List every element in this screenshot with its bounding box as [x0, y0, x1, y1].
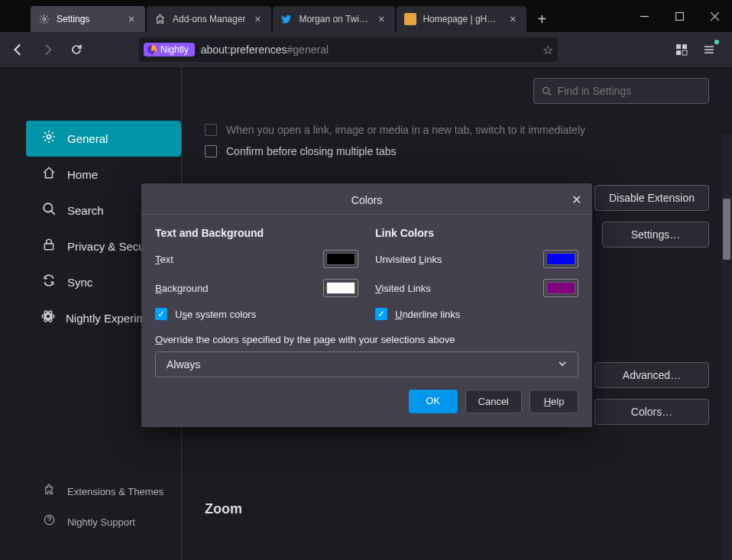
gear-icon: [41, 130, 57, 147]
svg-rect-16: [44, 244, 53, 250]
nightly-badge: Nightly: [144, 43, 195, 57]
unvisited-color-swatch[interactable]: [543, 250, 578, 268]
checkbox-label: Underline links: [395, 309, 460, 320]
help-button[interactable]: Help: [530, 390, 578, 413]
text-color-swatch[interactable]: [323, 250, 358, 268]
override-label: Override the colors specified by the pag…: [155, 334, 578, 345]
ok-button[interactable]: OK: [409, 390, 458, 413]
select-value: Always: [167, 358, 200, 371]
url-bar[interactable]: Nightly about:preferences#general ☆: [139, 37, 558, 62]
svg-point-22: [543, 87, 549, 93]
svg-rect-6: [676, 44, 681, 49]
close-icon[interactable]: ×: [507, 13, 519, 25]
close-icon[interactable]: ×: [251, 13, 264, 25]
cancel-button[interactable]: Cancel: [465, 390, 522, 413]
tab-strip: Settings × Add-ons Manager × Morgan on T…: [0, 6, 627, 32]
settings-button[interactable]: Settings…: [602, 222, 709, 248]
pref-switch-tab[interactable]: When you open a link, image or media in …: [205, 119, 709, 141]
sidebar-item-extensions[interactable]: Extensions & Themes: [26, 476, 181, 507]
close-icon[interactable]: ×: [375, 13, 387, 25]
sidebar-item-label: General: [67, 132, 108, 145]
dialog-title: Colors: [351, 194, 382, 206]
scrollbar-thumb[interactable]: [723, 199, 730, 260]
puzzle-icon: [154, 13, 167, 25]
svg-rect-2: [675, 12, 683, 20]
text-color-label: Text: [155, 254, 173, 265]
sidebar-item-label: Extensions & Themes: [67, 486, 164, 497]
new-tab-button[interactable]: +: [528, 6, 555, 32]
close-icon[interactable]: ×: [125, 13, 138, 25]
checkbox-checked-icon[interactable]: ✓: [375, 308, 387, 320]
svg-rect-9: [682, 50, 687, 55]
sidebar-item-label: Search: [67, 204, 104, 217]
pref-confirm-close[interactable]: Confirm before closing multiple tabs: [205, 141, 709, 162]
visited-color-swatch[interactable]: [543, 279, 578, 297]
site-icon: [404, 13, 416, 25]
dialog-title-bar: Colors ✕: [141, 183, 592, 215]
tab-title: Homepage | gHacks T: [423, 14, 500, 24]
close-window-button[interactable]: [697, 0, 732, 32]
underline-links[interactable]: ✓ Underline links: [375, 308, 578, 320]
scrollbar[interactable]: [721, 134, 732, 560]
home-icon: [41, 166, 57, 183]
pref-label: When you open a link, image or media in …: [226, 124, 585, 136]
tab-settings[interactable]: Settings ×: [31, 6, 145, 32]
sync-icon: [41, 274, 57, 291]
tab-twitter[interactable]: Morgan on Twitter: "P ×: [273, 6, 395, 32]
search-icon: [542, 86, 552, 96]
back-button[interactable]: [6, 37, 31, 62]
checkbox-label: Use system colors: [175, 309, 256, 320]
background-color-swatch[interactable]: [323, 279, 358, 297]
sidebar-item-label: Home: [67, 168, 98, 181]
use-system-colors[interactable]: ✓ Use system colors: [155, 308, 358, 320]
override-select[interactable]: Always: [155, 351, 578, 377]
window-controls: [627, 0, 732, 32]
colors-dialog: Colors ✕ Text and Background Text Backgr…: [141, 183, 592, 427]
svg-line-15: [51, 211, 55, 215]
close-icon[interactable]: ✕: [572, 193, 581, 207]
reload-button[interactable]: [64, 37, 89, 62]
svg-point-14: [44, 203, 52, 212]
sidebar-item-support[interactable]: Nightly Support: [26, 507, 181, 537]
maximize-button[interactable]: [662, 0, 697, 32]
svg-rect-7: [682, 44, 687, 49]
sidebar-item-general[interactable]: General: [26, 121, 181, 157]
chevron-down-icon: [558, 358, 567, 371]
checkbox-icon[interactable]: [205, 124, 217, 136]
background-color-label: Background: [155, 283, 208, 294]
addons-icon[interactable]: [669, 37, 694, 62]
help-icon: [41, 514, 57, 529]
tab-title: Add-ons Manager: [173, 14, 245, 24]
zoom-heading: Zoom: [205, 501, 709, 517]
disable-extension-button[interactable]: Disable Extension: [594, 185, 709, 211]
settings-search[interactable]: [533, 78, 709, 104]
visited-links-label: Visited Links: [375, 283, 431, 294]
puzzle-icon: [41, 484, 57, 499]
bookmark-star-icon[interactable]: ☆: [543, 43, 553, 57]
sidebar-item-label: Nightly Support: [67, 516, 135, 528]
search-input[interactable]: [558, 85, 701, 97]
url-text: about:preferences#general: [201, 44, 536, 56]
colors-button[interactable]: Colors…: [594, 399, 709, 425]
section-heading: Link Colors: [375, 227, 578, 239]
tab-addons[interactable]: Add-ons Manager ×: [147, 6, 271, 32]
lock-icon: [41, 238, 57, 255]
checkbox-icon[interactable]: [205, 145, 217, 157]
minimize-button[interactable]: [627, 0, 662, 32]
svg-point-18: [42, 314, 54, 319]
tab-ghacks[interactable]: Homepage | gHacks T ×: [397, 6, 526, 32]
checkbox-checked-icon[interactable]: ✓: [155, 308, 167, 320]
unvisited-links-label: Unvisited Links: [375, 254, 442, 265]
svg-rect-8: [676, 50, 681, 55]
forward-button[interactable]: [35, 37, 60, 62]
nightly-label: Nightly: [160, 44, 189, 55]
tab-title: Morgan on Twitter: "P: [299, 14, 369, 24]
svg-point-0: [43, 18, 46, 21]
advanced-button[interactable]: Advanced…: [594, 362, 709, 388]
svg-line-23: [549, 92, 551, 95]
menu-button[interactable]: [697, 37, 721, 62]
section-heading: Text and Background: [155, 227, 358, 239]
sidebar-item-label: Sync: [67, 276, 92, 289]
tab-title: Settings: [57, 14, 119, 24]
gear-icon: [38, 13, 50, 25]
